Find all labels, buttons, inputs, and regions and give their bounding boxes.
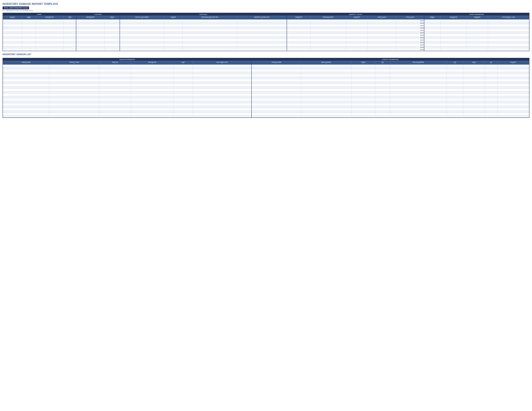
table-row[interactable] xyxy=(485,79,497,81)
table-row[interactable] xyxy=(287,39,311,41)
table-row[interactable] xyxy=(390,79,446,81)
table-row[interactable] xyxy=(440,37,466,39)
table-row[interactable] xyxy=(375,76,390,79)
table-row[interactable] xyxy=(466,37,488,39)
table-row[interactable] xyxy=(497,67,529,69)
table-row[interactable] xyxy=(104,46,120,48)
table-row[interactable] xyxy=(424,32,440,34)
col-condition[interactable]: CONDITION▼ xyxy=(287,16,311,19)
table-row[interactable] xyxy=(485,74,497,76)
table-row[interactable] xyxy=(104,22,120,24)
table-row[interactable] xyxy=(463,76,485,79)
table-row[interactable] xyxy=(251,101,301,103)
table-row[interactable] xyxy=(49,93,99,96)
table-row[interactable] xyxy=(497,103,529,106)
table-row[interactable] xyxy=(301,67,352,69)
table-row[interactable] xyxy=(488,22,529,24)
table-row[interactable] xyxy=(497,115,529,118)
table-row[interactable] xyxy=(193,67,251,69)
table-row[interactable] xyxy=(3,69,49,72)
table-row[interactable] xyxy=(447,113,463,115)
vcol-state[interactable]: STATE▼ xyxy=(463,61,485,65)
table-row[interactable]: $0.00 xyxy=(396,29,424,32)
table-row[interactable] xyxy=(424,46,440,48)
table-row[interactable]: $0.00 xyxy=(396,32,424,34)
table-row[interactable] xyxy=(447,89,463,91)
table-row[interactable] xyxy=(173,106,193,108)
table-row[interactable] xyxy=(193,69,251,72)
vcol-cost[interactable]: COST▼ xyxy=(173,61,193,65)
table-row[interactable] xyxy=(375,67,390,69)
table-row[interactable] xyxy=(36,27,64,29)
table-row[interactable] xyxy=(182,34,237,37)
table-row[interactable] xyxy=(368,39,396,41)
table-row[interactable] xyxy=(3,110,49,113)
table-row[interactable] xyxy=(120,29,164,32)
table-row[interactable]: $0.00 xyxy=(396,44,424,46)
table-row[interactable] xyxy=(22,22,36,24)
table-row[interactable] xyxy=(173,98,193,101)
table-row[interactable] xyxy=(485,96,497,98)
table-row[interactable] xyxy=(488,34,529,37)
table-row[interactable] xyxy=(485,91,497,93)
table-row[interactable] xyxy=(64,27,76,29)
table-row[interactable] xyxy=(485,103,497,106)
table-row[interactable] xyxy=(447,81,463,84)
table-row[interactable] xyxy=(351,84,375,86)
table-row[interactable] xyxy=(49,67,99,69)
table-row[interactable] xyxy=(193,81,251,84)
table-row[interactable] xyxy=(485,115,497,118)
table-row[interactable] xyxy=(311,44,346,46)
table-row[interactable] xyxy=(251,98,301,101)
table-row[interactable] xyxy=(351,101,375,103)
table-row[interactable] xyxy=(311,27,346,29)
table-row[interactable] xyxy=(99,98,131,101)
table-row[interactable] xyxy=(164,37,182,39)
table-row[interactable] xyxy=(447,108,463,110)
table-row[interactable] xyxy=(351,67,375,69)
table-row[interactable] xyxy=(424,41,440,44)
table-row[interactable] xyxy=(237,46,287,48)
table-row[interactable] xyxy=(22,44,36,46)
table-row[interactable] xyxy=(36,34,64,37)
table-row[interactable] xyxy=(76,27,104,29)
table-row[interactable] xyxy=(351,91,375,93)
table-row[interactable] xyxy=(311,39,346,41)
table-row[interactable] xyxy=(466,27,488,29)
table-row[interactable] xyxy=(99,79,131,81)
table-row[interactable] xyxy=(193,96,251,98)
table-row[interactable] xyxy=(375,110,390,113)
table-row[interactable] xyxy=(447,74,463,76)
col-space[interactable]: SPACE▼ xyxy=(104,16,120,19)
table-row[interactable] xyxy=(36,22,64,24)
table-row[interactable] xyxy=(3,113,49,115)
table-row[interactable] xyxy=(193,91,251,93)
table-row[interactable] xyxy=(440,19,466,22)
table-row[interactable] xyxy=(131,110,173,113)
table-row[interactable] xyxy=(424,34,440,37)
table-row[interactable] xyxy=(463,108,485,110)
table-row[interactable] xyxy=(3,44,22,46)
table-row[interactable] xyxy=(3,74,49,76)
table-row[interactable] xyxy=(346,37,368,39)
table-row[interactable] xyxy=(120,39,164,41)
table-row[interactable] xyxy=(251,96,301,98)
table-row[interactable] xyxy=(36,44,64,46)
table-row[interactable] xyxy=(301,79,352,81)
table-row[interactable] xyxy=(3,24,22,27)
table-row[interactable] xyxy=(351,89,375,91)
vcol-mailing-address[interactable]: MAILING ADDRESS▼ xyxy=(390,61,446,65)
table-row[interactable] xyxy=(76,41,104,44)
table-row[interactable] xyxy=(49,84,99,86)
table-row[interactable] xyxy=(120,19,164,22)
table-row[interactable]: $0.00 xyxy=(396,39,424,41)
table-row[interactable] xyxy=(351,81,375,84)
table-row[interactable] xyxy=(182,19,237,22)
table-row[interactable] xyxy=(287,29,311,32)
table-row[interactable] xyxy=(49,86,99,89)
table-row[interactable] xyxy=(64,29,76,32)
table-row[interactable] xyxy=(64,41,76,44)
table-row[interactable] xyxy=(64,22,76,24)
table-row[interactable] xyxy=(447,67,463,69)
table-row[interactable] xyxy=(351,65,375,67)
